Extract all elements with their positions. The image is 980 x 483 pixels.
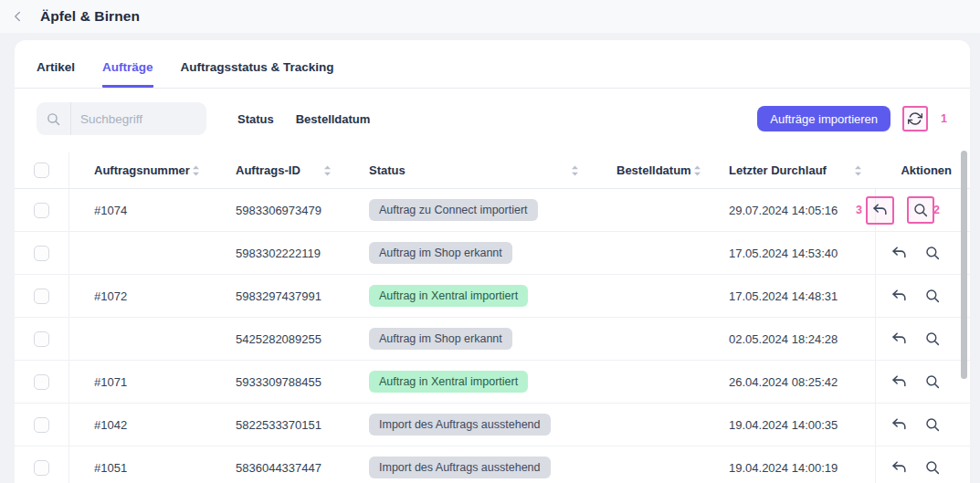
view-details-button[interactable] [922,329,943,349]
undo-icon [871,202,889,219]
cell-auftrags-id: 5933309788455 [211,375,344,389]
last-run: 29.07.2024 14:05:16 [729,204,838,217]
undo-import-button[interactable] [889,457,910,478]
chevron-left-icon [9,8,26,25]
undo-icon [890,459,908,477]
view-details-button[interactable] [922,415,943,435]
column-label: Letzter Durchlauf [729,163,827,177]
tab-bar: ArtikelAufträgeAuftragsstatus & Tracking [15,40,970,89]
column-header-status[interactable]: Status [344,163,592,177]
magnifier-icon [924,416,941,433]
last-run: 19.04.2024 14:00:19 [729,461,838,475]
undo-import-button[interactable] [889,372,910,393]
search-input[interactable] [71,112,206,126]
sort-icon[interactable] [691,164,703,177]
view-details-button[interactable] [911,200,931,220]
cell-status: Auftrag im Shop erkannt [344,328,592,351]
refresh-annotation-box [902,106,928,131]
filter-status[interactable]: Status [237,112,274,126]
view-details-button[interactable] [922,457,943,478]
column-label: Bestelldatum [616,163,691,177]
cell-aktionen [875,318,970,360]
order-id: 5983302222119 [236,247,321,260]
order-id: 5983297437991 [236,289,321,303]
view-details-button[interactable] [922,243,943,263]
search-icon [37,102,71,135]
magnifier-icon [912,202,929,218]
refresh-button[interactable] [906,110,924,128]
undo-import-button[interactable] [889,286,910,307]
cell-status: Auftrag in Xentral importiert [344,371,592,394]
cell-auftrags-id: 5983306973479 [211,204,344,217]
cell-status: Import des Auftrags ausstehend [344,414,592,436]
cell-aktionen [875,232,970,274]
cell-auftragsnummer: #1072 [69,289,211,303]
select-all-checkbox[interactable] [34,163,49,178]
order-id: 5822533370151 [236,418,321,432]
status-badge: Auftrag im Shop erkannt [369,328,512,351]
status-badge: Import des Auftrags ausstehend [369,414,551,436]
column-label: Auftrags-ID [236,163,300,177]
table-row: #10725983297437991Auftrag in Xentral imp… [15,275,970,318]
column-header-auftrags_id[interactable]: Auftrags-ID [211,163,344,177]
cell-auftrags-id: 5983297437991 [211,289,344,303]
annotation-label-1: 1 [941,112,947,125]
tab-auftragsstatus-tracking[interactable]: Auftragsstatus & Tracking [181,60,334,88]
tab-auftraege[interactable]: Aufträge [102,60,153,88]
view-details-button[interactable] [922,286,943,306]
cell-aktionen [875,275,970,317]
toolbar-right: Aufträge importieren 1 [757,106,948,131]
scrollbar-thumb[interactable] [961,151,967,379]
undo-icon [890,288,908,305]
import-orders-button[interactable]: Aufträge importieren [757,106,890,131]
order-id: 5933309788455 [236,375,321,389]
column-header-auftragsnummer[interactable]: Auftragsnummer [69,163,211,177]
row-checkbox[interactable] [34,246,49,261]
column-header-bestelldatum[interactable]: Bestelldatum [592,163,704,177]
sort-icon[interactable] [321,164,333,177]
table-row: 5983302222119Auftrag im Shop erkannt17.0… [15,232,970,275]
header-checkbox-cell [15,152,69,188]
back-button[interactable] [7,6,27,26]
row-checkbox[interactable] [34,289,49,304]
cell-letzter-durchlauf: 19.04.2024 14:00:35 [704,418,875,432]
cell-auftrags-id: 5836044337447 [211,461,344,475]
row-checkbox-cell [15,404,69,446]
magnifier-icon [924,459,941,476]
row-checkbox[interactable] [34,374,49,390]
cell-auftrags-id: 5822533370151 [211,418,344,432]
undo-import-button[interactable] [889,329,910,350]
tab-artikel[interactable]: Artikel [37,60,75,88]
cell-letzter-durchlauf: 26.04.2024 08:25:42 [704,375,875,389]
sort-icon[interactable] [852,164,864,177]
magnifier-icon [924,331,941,347]
undo-import-button[interactable] [889,243,910,264]
view-details-button[interactable] [922,372,943,392]
table-row: #10515836044337447Import des Auftrags au… [15,446,970,483]
order-id: 5836044337447 [236,461,321,475]
status-badge: Auftrag im Shop erkannt [369,242,512,265]
order-number: #1071 [94,375,127,389]
column-label: Auftragsnummer [94,163,190,177]
sort-icon[interactable] [569,164,581,177]
sort-icon[interactable] [190,164,202,177]
last-run: 17.05.2024 14:48:31 [729,289,838,303]
undo-annotation-box [866,196,894,225]
row-checkbox-cell [15,318,69,360]
filter-bestelldatum[interactable]: Bestelldatum [296,112,371,126]
row-checkbox[interactable] [34,203,49,218]
undo-icon [890,245,908,262]
column-header-letzter_durchlauf[interactable]: Letzter Durchlauf [704,163,875,177]
order-number: #1074 [94,204,127,217]
annotation-label-3: 3 [856,204,862,216]
cell-auftrags-id: 5983302222119 [211,247,344,260]
row-checkbox[interactable] [34,460,49,476]
row-checkbox-cell [15,189,69,231]
status-badge: Auftrag in Xentral importiert [369,285,528,308]
undo-import-button[interactable] [889,415,910,436]
row-checkbox[interactable] [34,417,49,433]
cell-status: Auftrag im Shop erkannt [344,242,592,265]
row-checkbox[interactable] [34,331,49,347]
undo-import-button[interactable] [869,200,890,221]
content-card: ArtikelAufträgeAuftragsstatus & Tracking… [15,40,970,483]
